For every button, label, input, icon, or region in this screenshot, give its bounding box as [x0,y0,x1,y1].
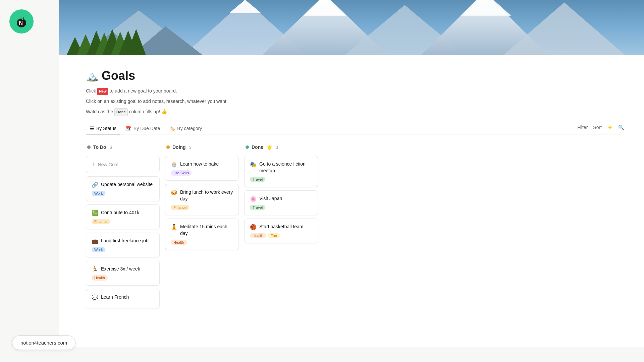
search-button[interactable]: 🔍 [618,125,624,130]
column-doing: Doing 3 🧁 Learn how to bake Life Skills … [165,142,239,253]
tabs-left: ☰ By Status 📅 By Due Date 🏷️ By category [86,123,206,134]
card-emoji: 💬 [92,294,98,301]
footer-label: notion4teachers.com [20,340,67,346]
tag-fun: Fun [268,233,280,238]
card-emoji: 🏀 [250,224,257,230]
new-goal-label: New Goal [98,162,118,167]
filter-button[interactable]: Filter [577,125,588,130]
card-title: Learn French [101,294,129,301]
page-description-1: Click New to add a new goal to your boar… [86,87,624,95]
plus-icon: + [92,161,95,168]
todo-title: To Do [93,144,106,150]
card-bring-lunch[interactable]: 🥪 Bring lunch to work every day Finance [165,184,239,215]
card-title: Land first freelance job [101,238,149,244]
card-title: Contribute to 401k [101,209,139,216]
card-meditate[interactable]: 🧘 Meditate 15 mins each day Health [165,219,239,250]
main-content: 🏔️ Goals Click New to add a new goal to … [59,55,644,347]
doing-title: Doing [172,144,186,150]
tag-travel: Travel [250,177,265,182]
kanban-board: To Do 6 + New Goal 🔗 Update personal web… [86,142,624,312]
card-title: Go to a science fiction meetup [259,161,312,174]
card-contribute-401k[interactable]: 💹 Contribute to 401k Finance [86,204,160,229]
card-learn-bake[interactable]: 🧁 Learn how to bake Life Skills [165,156,239,181]
new-goal-card[interactable]: + New Goal [86,156,160,173]
column-done: Done 🌟 3 🎭 Go to a science fiction meetu… [244,142,318,247]
todo-dot [87,145,91,149]
tab-by-due-date-label: By Due Date [133,126,160,131]
column-header-doing: Doing 3 [165,142,239,152]
card-title: Learn how to bake [180,161,219,168]
tag-work: Work [92,247,105,252]
card-learn-french[interactable]: 💬 Learn French [86,289,160,308]
card-emoji: 💼 [92,238,98,244]
tag-life-skills: Life Skills [171,170,192,176]
card-scifi-meetup[interactable]: 🎭 Go to a science fiction meetup Travel [244,156,318,187]
card-title: Visit Japan [259,195,282,202]
card-land-freelance-job[interactable]: 💼 Land first freelance job Work [86,233,160,257]
card-title: Exercise 3x / week [101,266,140,273]
by-due-date-icon: 📅 [126,126,131,131]
hero-banner [59,0,644,55]
card-update-personal-website[interactable]: 🔗 Update personal website Work [86,176,160,201]
tab-by-status[interactable]: ☰ By Status [86,123,120,134]
column-header-done: Done 🌟 3 [244,142,318,152]
tag-work: Work [92,191,105,196]
column-todo: To Do 6 + New Goal 🔗 Update personal web… [86,142,160,312]
doing-dot [166,145,170,149]
page-title: Goals [102,69,135,83]
page-emoji: 🏔️ [86,70,98,82]
tab-by-status-label: By Status [96,126,116,131]
tag-health: Health [171,240,187,245]
card-emoji: 🎭 [250,161,257,168]
card-emoji: 🏃 [92,266,98,273]
tag-finance: Finance [92,219,110,224]
footer-badge: notion4teachers.com [12,336,75,350]
card-title: Meditate 15 mins each day [180,224,233,237]
card-title: Bring lunch to work every day [180,189,233,202]
tag-travel: Travel [250,205,265,210]
card-emoji: 🥪 [171,189,177,196]
tab-by-due-date[interactable]: 📅 By Due Date [122,123,164,134]
card-emoji: 🧁 [171,161,177,168]
page-description-3: Watch as the Done column fills up! 👍 [86,108,624,116]
tab-by-category-label: By category [177,126,202,131]
done-title: Done [252,144,263,150]
card-basketball[interactable]: 🏀 Start basketball team Health Fun [244,219,318,243]
by-category-icon: 🏷️ [169,126,175,131]
page-title-row: 🏔️ Goals [86,69,624,83]
badge-done: Done [114,108,128,116]
card-exercise[interactable]: 🏃 Exercise 3x / week Health [86,261,160,286]
lightning-button[interactable]: ⚡ [607,125,613,130]
done-count: 3 [276,145,278,150]
card-title: Update personal website [101,181,153,188]
todo-count: 6 [110,145,112,150]
card-emoji: 🧘 [171,224,177,230]
card-title: Start basketball team [259,224,304,230]
tabs-row: ☰ By Status 📅 By Due Date 🏷️ By category… [86,123,624,134]
done-emoji: 🌟 [267,144,272,150]
tag-health: Health [92,275,108,281]
doing-count: 3 [189,145,192,150]
tab-by-category[interactable]: 🏷️ By category [165,123,206,134]
sort-button[interactable]: Sort [593,125,602,130]
by-status-icon: ☰ [90,126,94,131]
notion-logo[interactable]: N [9,9,34,34]
tag-health: Health [250,233,266,238]
card-emoji: 💹 [92,210,98,216]
badge-new: New [97,88,108,95]
tabs-right: Filter Sort ⚡ 🔍 [577,125,624,133]
card-emoji: 🔗 [92,182,98,188]
card-emoji: 🌸 [250,196,257,202]
done-dot [246,145,249,149]
page-description-2: Click on an existing goal to add notes, … [86,97,624,106]
tag-finance: Finance [171,205,189,210]
card-visit-japan[interactable]: 🌸 Visit Japan Travel [244,190,318,215]
svg-text:N: N [19,20,23,26]
column-header-todo: To Do 6 [86,142,160,152]
